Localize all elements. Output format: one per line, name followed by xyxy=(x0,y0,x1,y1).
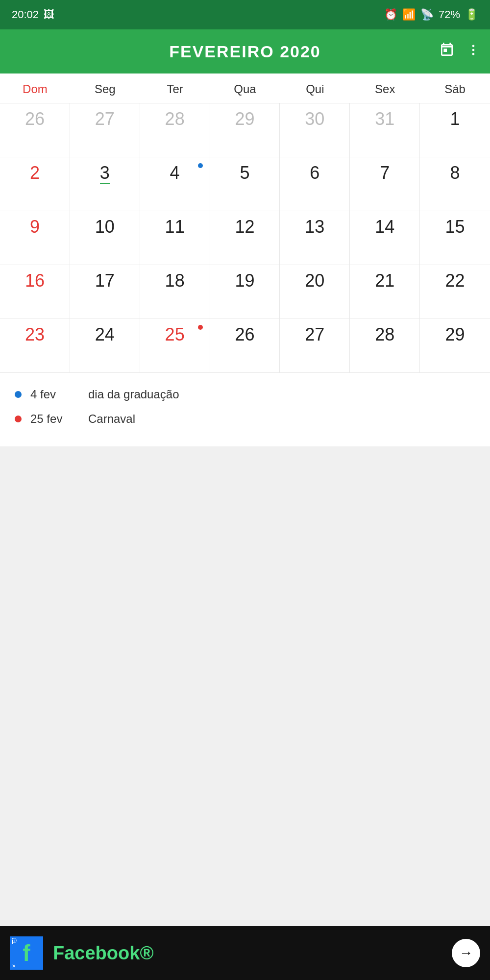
table-row[interactable]: 23 xyxy=(0,319,70,373)
svg-point-0 xyxy=(472,45,475,47)
more-options-icon[interactable] xyxy=(466,43,480,60)
table-row[interactable]: 13 xyxy=(280,211,350,265)
arrow-right-icon: → xyxy=(459,945,473,961)
signal-icon: 📡 xyxy=(420,8,434,21)
event-date-1: 4 fev xyxy=(30,388,79,401)
table-row[interactable]: 7 xyxy=(350,157,420,211)
empty-space xyxy=(0,446,490,882)
table-row[interactable]: 28 xyxy=(140,103,210,157)
table-row[interactable]: 4 xyxy=(140,157,210,211)
table-row[interactable]: 28 xyxy=(350,319,420,373)
table-row[interactable]: 27 xyxy=(70,103,140,157)
table-row[interactable]: 29 xyxy=(210,103,280,157)
battery-icon: 🔋 xyxy=(465,8,478,21)
month-year-title: FEVEREIRO 2020 xyxy=(169,42,321,61)
list-item[interactable]: 25 fev Carnaval xyxy=(15,412,475,426)
events-list: 4 fev dia da graduação 25 fev Carnaval xyxy=(0,373,490,446)
table-row[interactable]: 19 xyxy=(210,265,280,319)
table-row[interactable]: 16 xyxy=(0,265,70,319)
day-headers-row: Dom Seg Ter Qua Qui Sex Sáb xyxy=(0,74,490,103)
header-dom: Dom xyxy=(0,74,70,103)
svg-point-2 xyxy=(472,52,475,55)
table-row[interactable]: 6 xyxy=(280,157,350,211)
svg-point-1 xyxy=(472,49,475,51)
alarm-icon: ⏰ xyxy=(384,8,397,21)
list-item[interactable]: 4 fev dia da graduação xyxy=(15,388,475,401)
table-row[interactable]: 24 xyxy=(70,319,140,373)
header-actions xyxy=(439,42,480,61)
table-row[interactable]: 31 xyxy=(350,103,420,157)
table-row[interactable]: 17 xyxy=(70,265,140,319)
event-date-2: 25 fev xyxy=(30,412,79,426)
table-row[interactable]: 15 xyxy=(420,211,490,265)
event-name-2: Carnaval xyxy=(88,412,135,426)
table-row[interactable]: 5 xyxy=(210,157,280,211)
table-row[interactable]: 3 xyxy=(70,157,140,211)
battery-display: 72% xyxy=(439,8,460,21)
table-row[interactable]: 18 xyxy=(140,265,210,319)
app-header: FEVEREIRO 2020 xyxy=(0,29,490,74)
table-row[interactable]: 10 xyxy=(70,211,140,265)
calendar: Dom Seg Ter Qua Qui Sex Sáb 26 27 28 29 … xyxy=(0,74,490,373)
header-sab: Sáb xyxy=(420,74,490,103)
ad-text: Facebook® xyxy=(53,943,442,964)
status-bar: 20:02 🖼 ⏰ 📶 📡 72% 🔋 xyxy=(0,0,490,29)
wifi-icon: 📶 xyxy=(402,8,416,21)
table-row[interactable]: 29 xyxy=(420,319,490,373)
status-left: 20:02 🖼 xyxy=(12,8,54,21)
table-row[interactable]: 21 xyxy=(350,265,420,319)
table-row[interactable]: 8 xyxy=(420,157,490,211)
table-row[interactable]: 26 xyxy=(0,103,70,157)
status-right: ⏰ 📶 📡 72% 🔋 xyxy=(384,8,478,21)
table-row[interactable]: 30 xyxy=(280,103,350,157)
table-row[interactable]: 25 xyxy=(140,319,210,373)
screenshot-icon: 🖼 xyxy=(44,8,54,21)
calendar-today-icon[interactable] xyxy=(439,42,455,61)
event-name-1: dia da graduação xyxy=(88,388,179,401)
ad-arrow-button[interactable]: → xyxy=(452,939,480,967)
table-row[interactable]: 22 xyxy=(420,265,490,319)
header-qui: Qui xyxy=(280,74,350,103)
ad-banner[interactable]: ⓘ f ✕ Facebook® → xyxy=(0,926,490,980)
table-row[interactable]: 26 xyxy=(210,319,280,373)
table-row[interactable]: 20 xyxy=(280,265,350,319)
table-row[interactable]: 27 xyxy=(280,319,350,373)
event-indicator-red xyxy=(15,416,22,422)
table-row[interactable]: 2 xyxy=(0,157,70,211)
event-dot-red xyxy=(198,325,203,330)
table-row[interactable]: 12 xyxy=(210,211,280,265)
facebook-icon: ⓘ f ✕ xyxy=(10,936,43,970)
event-dot-blue xyxy=(198,163,203,168)
header-qua: Qua xyxy=(210,74,280,103)
header-seg: Seg xyxy=(70,74,140,103)
time-display: 20:02 xyxy=(12,8,39,21)
event-indicator-blue xyxy=(15,391,22,398)
table-row[interactable]: 14 xyxy=(350,211,420,265)
table-row[interactable]: 11 xyxy=(140,211,210,265)
table-row[interactable]: 9 xyxy=(0,211,70,265)
header-sex: Sex xyxy=(350,74,420,103)
table-row[interactable]: 1 xyxy=(420,103,490,157)
calendar-grid: 26 27 28 29 30 31 1 2 3 4 5 xyxy=(0,103,490,373)
header-ter: Ter xyxy=(140,74,210,103)
